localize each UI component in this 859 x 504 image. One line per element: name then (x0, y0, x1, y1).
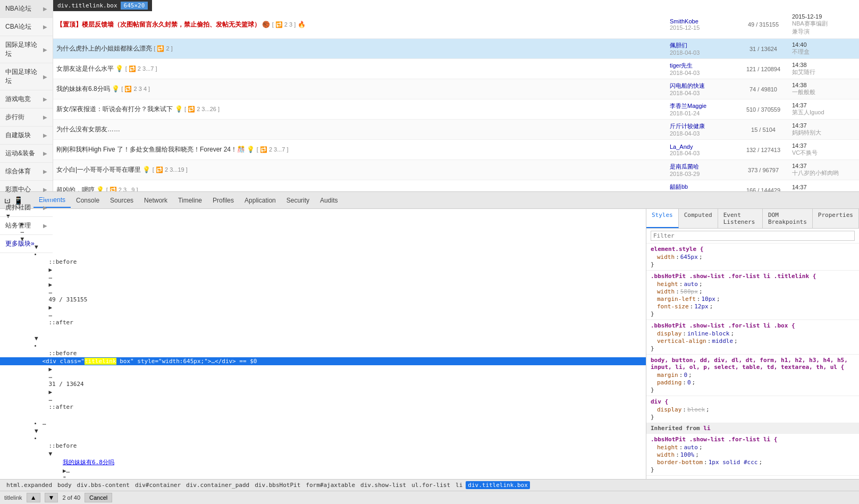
breadcrumb-item[interactable]: div#container (133, 481, 183, 489)
element-line[interactable]: ▶… (0, 281, 646, 296)
styles-property[interactable]: width (657, 451, 675, 458)
element-line[interactable]: … (0, 419, 646, 427)
sidebar-item[interactable]: CBA论坛▶ (0, 18, 53, 36)
element-line[interactable]: ▼ (0, 427, 646, 442)
element-line[interactable]: ▶… (0, 220, 646, 235)
breadcrumb-item[interactable]: div.bbs-content (75, 481, 132, 489)
author-link[interactable]: 斤斤计较健康 (670, 123, 705, 129)
tab-network[interactable]: Network (139, 193, 173, 208)
element-line[interactable]: ▶… (0, 304, 646, 318)
breadcrumb-item[interactable]: form#ajaxtable (304, 481, 357, 489)
nav-prev-btn[interactable]: ▲ (27, 493, 40, 502)
styles-property[interactable]: height (657, 281, 678, 288)
thread-link[interactable]: 我的妹妹有6.8分吗 (56, 85, 110, 93)
element-line[interactable]: ::before (0, 258, 646, 266)
styles-property[interactable]: margin-left (657, 296, 696, 303)
author-link[interactable]: 佩胆们 (670, 42, 687, 48)
styles-value[interactable]: 645px (680, 254, 698, 261)
tab-profiles[interactable]: Profiles (207, 193, 239, 208)
breadcrumb-item[interactable]: li (453, 481, 465, 489)
element-line[interactable]: ▼ (0, 212, 646, 220)
styles-value[interactable]: 10px (701, 296, 715, 303)
element-line[interactable]: ▼ (0, 243, 646, 258)
sidebar-item[interactable]: 国际足球论坛▶ (0, 36, 53, 63)
styles-value[interactable]: inline-block (687, 330, 729, 337)
element-line[interactable]: <div class="titlelink box" style="width:… (0, 357, 646, 365)
styles-property[interactable]: padding (657, 379, 681, 386)
author-link[interactable]: 李香兰Maggie (670, 103, 706, 109)
sidebar-item[interactable]: 步行街▶ (0, 108, 53, 127)
author-link[interactable]: SmithKobe (670, 18, 698, 24)
element-line[interactable] (0, 326, 646, 334)
element-line[interactable]: ▼ (0, 334, 646, 349)
breadcrumb-item[interactable]: div.show-list (358, 481, 408, 489)
breadcrumb-item[interactable]: div.titlelink.box (466, 481, 530, 489)
element-line[interactable]: ▶… (0, 388, 646, 403)
sidebar-item[interactable]: 运动&装备▶ (0, 145, 53, 163)
styles-property[interactable]: height (657, 444, 678, 451)
author-link[interactable]: 龃龉bb (670, 183, 688, 190)
element-line[interactable]: ▶… (0, 467, 646, 475)
tab-sources[interactable]: Sources (105, 193, 139, 208)
styles-tab-properties[interactable]: Properties (813, 209, 859, 228)
styles-value[interactable]: 580px (680, 288, 698, 295)
element-line[interactable]: " (0, 475, 646, 479)
thread-link[interactable]: 为什么没有女朋友…… (56, 125, 120, 133)
tab-timeline[interactable]: Timeline (173, 193, 207, 208)
sidebar-item[interactable]: 综合体育▶ (0, 163, 53, 181)
styles-value[interactable]: 12px (694, 303, 709, 310)
element-line[interactable]: ▶… (0, 266, 646, 281)
tab-audits[interactable]: Audits (315, 193, 343, 208)
styles-tab-styles[interactable]: Styles (646, 209, 679, 228)
breadcrumb-item[interactable]: div.bbsHotPit (252, 481, 302, 489)
breadcrumb-item[interactable]: ul.for-list (409, 481, 452, 489)
sidebar-item[interactable]: NBA论坛▶ (0, 0, 53, 18)
sidebar-item[interactable]: 虎扑社团▶ (0, 199, 53, 217)
styles-value[interactable]: auto (684, 281, 698, 288)
styles-property[interactable]: width (657, 288, 675, 295)
nav-next-btn[interactable]: ▼ (45, 493, 58, 502)
styles-property[interactable]: display (657, 330, 681, 337)
author-link[interactable]: tiger先生 (670, 62, 693, 69)
tab-security[interactable]: Security (281, 193, 315, 208)
styles-value[interactable]: block (687, 406, 705, 413)
styles-value[interactable]: middle (712, 338, 733, 345)
styles-property[interactable]: font-size (657, 303, 689, 310)
styles-filter-input[interactable] (651, 231, 855, 241)
sidebar-item[interactable]: 更多版块»▶ (0, 235, 53, 253)
thread-link[interactable]: 新女/深夜报道：听说会有打分？我来试下 (56, 105, 173, 113)
styles-property[interactable]: width (657, 254, 675, 261)
styles-tab-event-listeners[interactable]: Event Listeners (718, 209, 763, 228)
breadcrumb-item[interactable]: div.container_padd (184, 481, 251, 489)
sidebar-item[interactable]: 中国足球论坛▶ (0, 63, 53, 90)
tab-application[interactable]: Application (239, 193, 281, 208)
breadcrumb-item[interactable]: body (55, 481, 74, 489)
element-line[interactable]: ▼ (0, 450, 646, 458)
styles-value[interactable]: 0 (684, 372, 687, 379)
element-line[interactable]: 我的妹妹有6.8分吗 (0, 458, 646, 467)
element-line[interactable] (0, 411, 646, 419)
author-link[interactable]: La_Andy (670, 144, 693, 150)
styles-value[interactable]: 1px solid #ccc (709, 459, 758, 466)
thread-link[interactable]: 女朋友这是什么水平 (56, 65, 114, 72)
styles-property[interactable]: display (657, 406, 681, 413)
styles-tab-computed[interactable]: Computed (679, 209, 718, 228)
thread-link[interactable]: 女小白|一小哥哥小哥哥在哪里 (56, 166, 141, 173)
thread-link[interactable]: 超凶的，嗯哼 (56, 186, 95, 191)
thread-link[interactable]: 为什么虎扑上的小姐姐都辣么漂亮 (56, 45, 152, 52)
element-line[interactable]: ::after (0, 318, 646, 326)
author-link[interactable]: 闪电船的快速 (670, 82, 705, 89)
thread-link[interactable]: 刚刚和我料High Five 了！多处女鱼腿给我和晓亮！Forever 24！🎊 (56, 146, 245, 153)
sidebar-item[interactable]: 站务管理▶ (0, 217, 53, 235)
sidebar-item[interactable]: 自建版块▶ (0, 127, 53, 145)
element-line[interactable]: ▶… (0, 365, 646, 380)
element-line[interactable]: ::before (0, 349, 646, 357)
styles-property[interactable]: vertical-align (657, 338, 706, 345)
styles-tab-dom-breakpoints[interactable]: DOM Breakpoints (763, 209, 813, 228)
element-line[interactable]: ::after (0, 403, 646, 411)
sidebar-item[interactable]: 彩票中心▶ (0, 181, 53, 199)
styles-value[interactable]: 100% (680, 451, 695, 458)
styles-value[interactable]: auto (684, 444, 698, 451)
element-line[interactable]: ::before (0, 442, 646, 450)
styles-property[interactable]: margin (657, 372, 678, 379)
